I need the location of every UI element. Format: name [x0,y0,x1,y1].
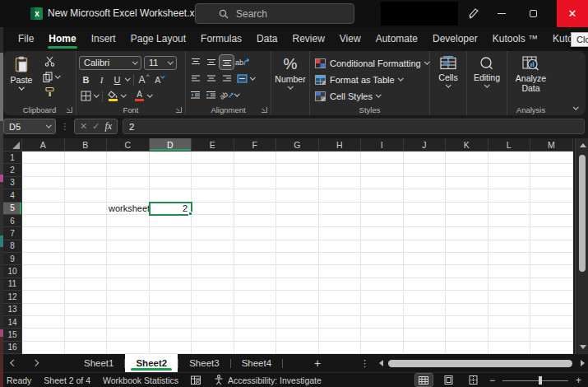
ribbon-tab-file[interactable]: File [11,27,41,52]
cell-F8[interactable] [234,240,277,253]
cell-K13[interactable] [446,304,488,316]
horizontal-scrollbar[interactable] [387,360,577,367]
cell-H9[interactable] [319,253,362,265]
cell-G5[interactable] [276,203,319,215]
cell-M14[interactable] [530,316,573,329]
cell-G15[interactable] [276,329,319,341]
cell-F12[interactable] [234,291,277,303]
cell-F4[interactable] [234,189,277,202]
cancel-icon[interactable]: ✕ [80,121,87,132]
cell-C13[interactable] [107,304,150,316]
cell-C6[interactable] [107,215,150,227]
cell-F13[interactable] [234,304,277,316]
cell-A8[interactable] [22,240,65,253]
cell-J12[interactable] [404,291,447,303]
row-header-10[interactable]: 10 [3,265,22,277]
scroll-up-icon[interactable] [580,143,586,147]
row-header-13[interactable]: 13 [3,304,22,316]
column-header-A[interactable]: A [22,138,65,152]
cell-A12[interactable] [22,291,65,303]
cell-C9[interactable] [107,253,150,265]
cell-A11[interactable] [22,278,65,291]
cell-J7[interactable] [404,227,447,240]
row-header-15[interactable]: 15 [3,329,22,341]
cell-L15[interactable] [488,329,531,341]
normal-view-button[interactable] [415,374,433,386]
cell-A13[interactable] [22,304,65,316]
cell-A14[interactable] [22,316,65,329]
cell-C7[interactable] [107,227,150,240]
cell-M5[interactable] [530,203,573,215]
cell-J2[interactable] [404,164,447,176]
cell-A1[interactable] [22,152,65,164]
cell-L12[interactable] [488,291,531,303]
cell-I6[interactable] [361,215,404,227]
cell-D7[interactable] [150,227,192,240]
cell-H4[interactable] [319,189,362,202]
cell-L5[interactable] [488,203,531,215]
cell-M13[interactable] [530,304,573,316]
cell-I5[interactable] [361,203,404,215]
analyze-data-button[interactable]: Analyze Data [511,54,552,105]
underline-button[interactable]: U [110,72,124,86]
row-header-14[interactable]: 14 [3,316,22,329]
cell-I3[interactable] [361,177,404,189]
sheet-tab-sheet4[interactable]: Sheet4 [231,354,282,372]
hscroll-left-icon[interactable] [379,360,383,366]
cut-button[interactable] [40,54,60,68]
cell-L4[interactable] [488,189,531,202]
cell-B7[interactable] [65,227,108,240]
cell-A4[interactable] [22,189,65,202]
cell-F3[interactable] [234,177,277,189]
cell-E13[interactable] [192,304,234,316]
italic-button[interactable]: I [95,72,109,86]
cell-I4[interactable] [361,189,404,202]
cell-E9[interactable] [192,253,234,265]
ribbon-tab-review[interactable]: Review [285,27,331,52]
cell-G1[interactable] [276,152,319,164]
copy-button[interactable] [40,70,54,84]
cell-J14[interactable] [404,316,447,329]
cell-B15[interactable] [65,329,108,341]
cell-I12[interactable] [361,291,404,303]
cell-L1[interactable] [488,152,531,164]
ribbon-tab-data[interactable]: Data [249,27,285,52]
cell-J9[interactable] [404,253,447,265]
document-title[interactable]: New Microsoft Excel Worksheet.xlsx [48,7,216,19]
cell-C12[interactable] [107,291,150,303]
cell-G10[interactable] [276,265,319,277]
vertical-scroll-thumb[interactable] [579,155,586,272]
cell-C14[interactable] [107,316,150,329]
cell-K16[interactable] [446,342,488,354]
cell-J11[interactable] [404,278,447,291]
bottom-align-button[interactable] [220,55,234,69]
search-box[interactable]: Search [195,3,354,24]
cell-A15[interactable] [22,329,65,341]
row-header-8[interactable]: 8 [3,240,22,253]
workbook-statistics-button[interactable]: Workbook Statistics [103,375,178,385]
cell-L10[interactable] [488,265,531,277]
cell-E10[interactable] [192,265,234,277]
cell-J6[interactable] [404,215,447,227]
cell-B1[interactable] [65,152,108,164]
cell-B13[interactable] [65,304,108,316]
cell-D1[interactable] [150,152,192,164]
format-painter-button[interactable] [40,85,60,99]
row-header-4[interactable]: 4 [3,189,22,202]
cell-H12[interactable] [319,291,362,303]
fill-color-button[interactable] [106,89,120,103]
zoom-slider[interactable] [502,375,568,385]
row-header-3[interactable]: 3 [3,177,22,189]
cell-E15[interactable] [192,329,234,341]
cell-G16[interactable] [276,342,319,354]
cell-J3[interactable] [404,177,447,189]
orientation-dropdown-icon[interactable] [234,91,239,96]
row-header-16[interactable]: 16 [3,342,22,354]
cell-K14[interactable] [446,316,488,329]
next-sheet-icon[interactable] [31,360,38,366]
font-name-select[interactable]: Calibri [79,56,141,70]
cell-B14[interactable] [65,316,108,329]
page-layout-view-button[interactable] [440,374,457,386]
editing-dropdown-icon[interactable] [484,82,489,87]
increase-indent-button[interactable] [204,88,218,102]
